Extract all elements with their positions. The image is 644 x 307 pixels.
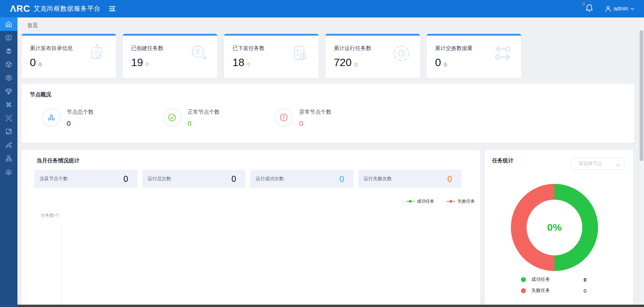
sidebar-item-archive[interactable] xyxy=(0,125,17,138)
username: admin xyxy=(613,6,628,12)
sidebar-item-alarm[interactable] xyxy=(0,165,17,178)
pie-label: 失败任务 xyxy=(531,288,572,294)
stat-value: 18 xyxy=(232,56,245,69)
user-icon xyxy=(605,5,611,12)
stat-card-dispatched-tasks: 已下发任务数 18 个 xyxy=(224,34,319,78)
sidebar-item-sitemap[interactable] xyxy=(0,152,17,165)
scrollbar-track[interactable] xyxy=(639,17,644,307)
sidebar-item-share[interactable] xyxy=(0,138,17,152)
pie-label: 成功任务 xyxy=(531,276,572,283)
swap-arrows-icon xyxy=(492,43,513,65)
stat-value: 720 xyxy=(334,56,352,69)
stat-box-nodes: 涉及节点个数 0 xyxy=(34,170,138,188)
y-axis-line xyxy=(62,224,62,307)
arc-logo: ΛRC xyxy=(10,4,30,13)
box-value: 0 xyxy=(231,174,236,184)
stat-value: 19 xyxy=(131,56,143,69)
node-value: 0 xyxy=(67,119,94,127)
legend-fail[interactable]: 失败任务 xyxy=(446,198,475,204)
sidebar-item-home[interactable] xyxy=(0,17,17,31)
node-value: 0 xyxy=(299,119,331,127)
stat-value: 0 xyxy=(30,56,36,69)
notification-bell[interactable]: 0 xyxy=(585,4,593,14)
cluster-icon xyxy=(43,109,60,126)
node-overview-section: 节点概况 节点总个数 0 xyxy=(21,84,635,143)
line-dot-icon xyxy=(406,200,415,203)
stat-unit: 个 xyxy=(145,62,150,68)
stat-card-run-tasks: 累计运行任务数 720 次 xyxy=(325,34,420,78)
node-abnormal-item: 异常节点个数 0 xyxy=(275,109,331,127)
pie-legend-fail[interactable]: 失败任务 0 xyxy=(521,288,586,294)
scrollbar-thumb[interactable] xyxy=(640,30,643,161)
task-stats-section: 任务统计 请选择节点 0% 成功任务 0 失败任务 0 xyxy=(485,150,633,307)
sidebar-item-boxed-gear[interactable] xyxy=(0,71,17,85)
pie-value: 0 xyxy=(584,288,586,294)
green-dot-icon xyxy=(521,277,526,282)
sidebar-item-command[interactable]: ⌘ xyxy=(0,98,17,111)
section-title: 节点概况 xyxy=(30,91,51,98)
stat-box-failed-runs: 运行失败次数 0 xyxy=(358,170,462,188)
sidebar-item-monitor[interactable] xyxy=(0,31,17,44)
node-label: 节点总个数 xyxy=(67,109,94,116)
sidebar-nav: ⌘ xyxy=(0,17,17,307)
box-value: 0 xyxy=(123,174,128,184)
stat-unit: 条 xyxy=(38,62,43,68)
stat-box-total-runs: 运行总次数 0 xyxy=(142,170,246,188)
list-circle-plus-icon xyxy=(189,43,209,65)
sidebar-item-scan[interactable] xyxy=(0,111,17,125)
stat-label: 累计交换数据量 xyxy=(435,45,473,52)
command-icon: ⌘ xyxy=(6,101,12,109)
donut-chart[interactable]: 0% xyxy=(511,184,598,271)
legend-success[interactable]: 成功任务 xyxy=(406,198,434,204)
sidebar-item-layers[interactable] xyxy=(0,44,17,58)
stat-card-catalog: 累计发布目录信息 0 条 xyxy=(21,34,116,78)
y-axis-label: 任务数/个 xyxy=(41,212,60,218)
donut-percentage: 0% xyxy=(547,222,561,233)
cube-3d-icon xyxy=(5,61,12,68)
breadcrumb[interactable]: 首页 xyxy=(27,22,38,29)
pie-value: 0 xyxy=(584,277,586,283)
stat-label: 已下发任务数 xyxy=(232,45,265,52)
user-menu[interactable]: admin xyxy=(605,5,635,12)
stat-card-created-tasks: 已创建任务数 19 个 xyxy=(123,34,217,78)
node-label: 正常节点个数 xyxy=(187,109,220,116)
stat-label: 累计发布目录信息 xyxy=(30,45,73,52)
box-value: 0 xyxy=(447,174,452,184)
stat-unit: 个 xyxy=(247,62,251,68)
share-network-icon xyxy=(5,141,12,149)
document-edit-icon xyxy=(87,43,108,65)
bell-icon xyxy=(585,4,593,12)
box-value: 0 xyxy=(339,174,344,184)
sidebar-item-gem[interactable] xyxy=(0,85,17,98)
legend-label: 失败任务 xyxy=(458,198,475,204)
line-chart-legend: 成功任务 失败任务 xyxy=(406,198,475,204)
menu-fold-icon[interactable] xyxy=(109,5,116,12)
stat-box-success-runs: 运行成功次数 0 xyxy=(250,170,354,188)
section-title: 当月任务情况统计 xyxy=(37,157,79,164)
pie-legend-success[interactable]: 成功任务 0 xyxy=(521,276,586,283)
chevron-down-icon xyxy=(630,7,635,10)
sidebar-item-cube[interactable] xyxy=(0,58,17,71)
layers-icon xyxy=(5,47,12,55)
scan-target-icon xyxy=(5,114,12,122)
sitemap-icon xyxy=(5,155,12,162)
app-header: ΛRC 艾克尚枢数据服务平台 0 admin xyxy=(0,0,644,17)
node-select[interactable]: 请选择节点 xyxy=(571,158,625,170)
gem-icon xyxy=(5,88,12,95)
stat-card-exchanged-data: 累计交换数据量 0 条 xyxy=(427,34,521,78)
box-label: 运行总次数 xyxy=(148,176,171,182)
box-label: 运行失败次数 xyxy=(364,176,392,182)
red-dot-icon xyxy=(521,288,526,293)
node-normal-item: 正常节点个数 0 xyxy=(163,109,220,127)
monthly-task-section: 当月任务情况统计 涉及节点个数 0 运行总次数 0 运行成功次数 0 运行失败次… xyxy=(21,150,480,307)
task-clock-icon xyxy=(290,43,311,65)
boxed-gear-icon xyxy=(5,74,12,82)
notification-badge: 0 xyxy=(582,1,585,6)
box-label: 运行成功次数 xyxy=(256,176,284,182)
warning-circle-icon xyxy=(275,109,292,126)
box-label: 涉及节点个数 xyxy=(40,176,68,182)
node-total-item: 节点总个数 0 xyxy=(43,109,94,127)
section-title: 任务统计 xyxy=(492,157,514,164)
monitor-icon xyxy=(5,34,12,41)
donut-center: 0% xyxy=(527,200,582,255)
